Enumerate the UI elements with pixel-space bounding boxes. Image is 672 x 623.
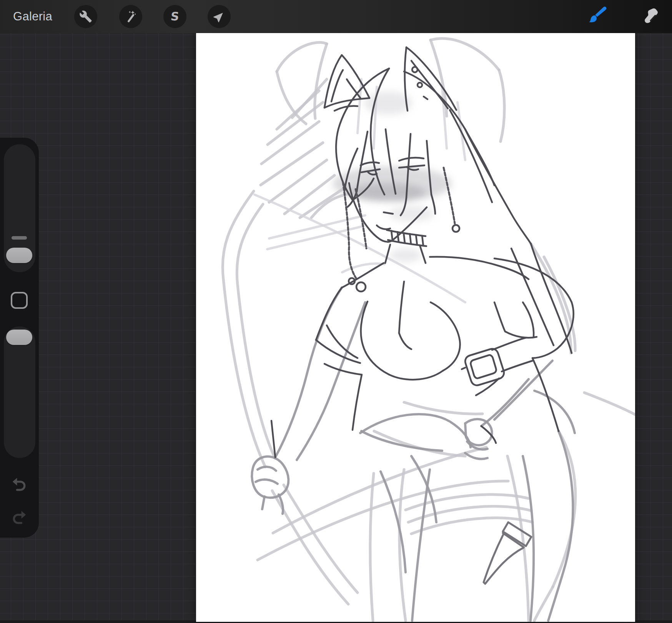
gallery-button[interactable]: Galeria [13,0,52,33]
wrench-icon [79,10,92,23]
redo-button[interactable] [10,508,28,527]
smudge-tool-button[interactable] [640,5,662,27]
selection-button[interactable]: S [163,5,186,28]
procreate-workspace: { "toolbar": { "gallery_button_label": "… [0,0,672,623]
transform-arrow-icon [213,10,226,23]
brush-tool-button[interactable] [587,5,608,27]
paintbrush-icon [587,5,607,27]
brush-sidebar [0,138,39,538]
drawing-canvas[interactable]: .lt{stroke:#c7c7cd;stroke-width:7;fill:n… [196,33,635,622]
opacity-slider[interactable] [4,326,35,458]
artwork-sketch: .lt{stroke:#c7c7cd;stroke-width:7;fill:n… [196,33,635,622]
redo-arrow-icon [10,522,28,528]
brush-size-handle[interactable] [6,248,32,263]
brush-size-tick [12,236,27,240]
selection-s-icon: S [170,11,180,22]
undo-arrow-icon [10,489,28,495]
actions-button[interactable] [74,5,97,28]
modify-button[interactable] [11,292,28,309]
undo-button[interactable] [10,475,28,494]
transform-button[interactable] [208,5,231,28]
magic-wand-icon [124,10,137,23]
adjustments-button[interactable] [119,5,142,28]
opacity-handle[interactable] [6,330,32,345]
top-toolbar: Galeria S [0,0,672,33]
smudge-hand-icon [641,5,661,27]
